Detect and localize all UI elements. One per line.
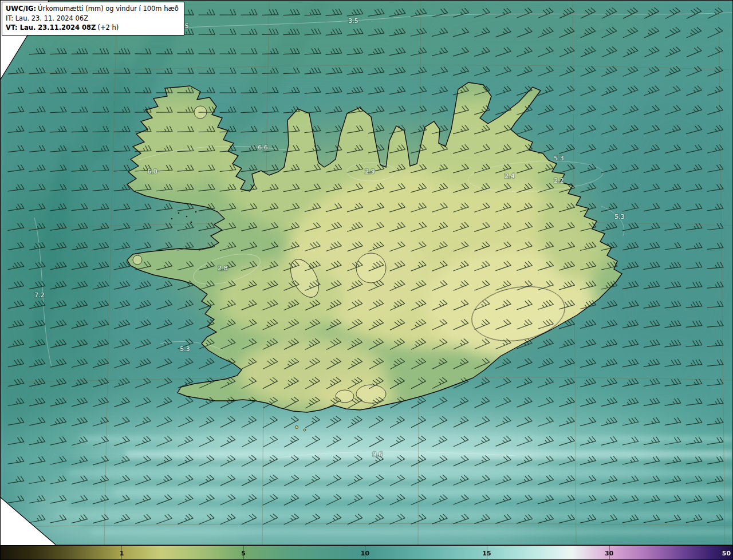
product-title: Úrkomumætti (mm) og vindur í 100m hæð [38,5,179,13]
contour-label: 2.4 [505,172,515,180]
island-vestmannaeyjar [295,426,298,429]
island-speck [191,222,192,223]
colorbar-tick-label: 1 [120,549,124,557]
init-time-line: IT: Lau. 23. 11. 2024 06Z [6,14,179,23]
precipitation-wind-map: 3.53.56.66.02.95.32.42.25.32.87.25.39.6 [0,0,733,545]
valid-time-line: VT: Lau. 23.11.2024 08Z(+2 h) [6,23,179,33]
contour-label: 6.6 [258,144,268,151]
island-vestmannaeyjar [304,429,306,431]
map-field: 3.53.56.66.02.95.32.42.25.32.87.25.39.6 [0,0,733,545]
colorbar-tick-label: 30 [605,549,613,557]
product-label: UWC/IG: [6,5,36,13]
glacier-eyjafjallajokull [336,390,354,403]
contour-label: 7.2 [34,291,45,299]
product-title-line: UWC/IG:Úrkomumætti (mm) og vindur í 100m… [6,4,179,14]
contour-label: 5.3 [180,345,190,353]
colorbar-tick-label: 10 [361,549,369,557]
island-speck [186,216,188,218]
contour-label: 3.5 [348,17,358,25]
colorbar-tick-label: 15 [482,549,491,557]
glacier-snaefellsjokull [133,255,142,265]
valid-time-offset: (+2 h) [97,23,119,31]
contour-label: 6.0 [147,168,157,175]
colorbar: 1510153050 [0,545,733,560]
contour-label: 2.2 [554,177,564,184]
glacier-hofsjokull [356,253,386,283]
island-speck [195,211,197,213]
title-box: UWC/IG:Úrkomumætti (mm) og vindur í 100m… [2,2,184,36]
contour-label: 5.3 [554,155,564,162]
colorbar-tick-label: 50 [722,549,731,557]
valid-time: VT: Lau. 23.11.2024 08Z [6,23,96,31]
colorbar-tick [731,546,731,560]
weather-map-screenshot: 3.53.56.66.02.95.32.42.25.32.87.25.39.6 … [0,0,733,560]
contour-label: 9.6 [372,451,383,458]
island-speck [171,218,173,220]
island-speck [178,212,180,214]
contour-label: 5.3 [614,213,625,220]
contour-label: 2.8 [218,265,228,272]
colorbar-tick-label: 5 [241,549,246,557]
contour-label: 2.9 [365,168,375,175]
